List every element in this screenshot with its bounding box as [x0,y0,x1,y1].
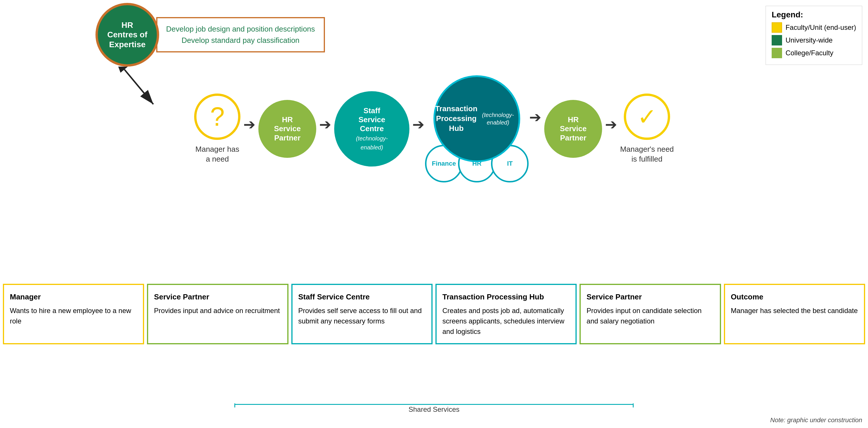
faculty-swatch [772,22,782,33]
arrow-2: ➔ [319,116,331,133]
coe-line1: Develop job design and position descript… [166,24,315,35]
shared-services-line [235,404,633,405]
legend-item-college: College/Faculty [772,48,856,58]
checkmark-circle: ✓ [624,93,670,140]
bottom-box-service-partner-2: Service Partner Provides input on candid… [580,284,721,344]
manager-need-label: Manager hasa need [195,144,239,164]
hr-service-partner-2-circle: HRServicePartner [544,100,602,158]
bottom-box-staff-service: Staff Service Centre Provides self serve… [291,284,433,344]
arrow-1: ➔ [243,116,255,133]
staff-service-centre-circle: StaffServiceCentre(technology-enabled) [334,91,409,167]
staff-service-centre-node: StaffServiceCentre(technology-enabled) [334,91,409,167]
bottom-box-manager-title: Manager [10,291,137,303]
bottom-box-manager-text: Wants to hire a new employee to a new ro… [10,306,137,326]
legend-label-faculty: Faculty/Unit (end-user) [785,24,856,32]
manager-need-node: ? Manager hasa need [194,93,241,164]
staff-service-centre-text: StaffServiceCentre(technology-enabled) [356,106,388,151]
bottom-box-staff-service-title: Staff Service Centre [298,291,426,303]
arrow-4: ➔ [529,109,541,126]
coe-section: HRCentres ofExpertise Develop job design… [95,3,325,66]
bottom-box-manager: Manager Wants to hire a new employee to … [3,284,144,344]
bottom-box-service-partner-1-text: Provides input and advice on recruitment [154,306,281,316]
bottom-box-transaction-hub-title: Transaction Processing Hub [442,291,570,303]
checkmark-icon: ✓ [638,104,657,130]
legend-label-college: College/Faculty [785,49,833,57]
bottom-box-service-partner-2-text: Provides input on candidate selection an… [587,306,714,326]
legend: Legend: Faculty/Unit (end-user) Universi… [766,6,862,65]
university-swatch [772,35,782,46]
manager-fulfilled-node: ✓ Manager's needis fulfilled [620,93,674,164]
legend-title: Legend: [772,10,856,20]
note-text: Note: graphic under construction [770,417,862,424]
flow-area: ? Manager hasa need ➔ HRServicePartner ➔… [0,75,868,182]
bottom-boxes: Manager Wants to hire a new employee to … [3,284,865,344]
coe-line2: Develop standard pay classification [166,35,315,46]
hr-service-partner-1-node: HRServicePartner [258,100,316,158]
arrow-3: ➔ [412,116,425,133]
bottom-box-outcome-title: Outcome [731,291,858,303]
hr-service-partner-2-node: HRServicePartner [544,100,602,158]
manager-question-circle: ? [194,93,241,140]
transaction-hub-circle: TransactionProcessingHub(technology-enab… [433,75,520,162]
bottom-box-service-partner-1: Service Partner Provides input and advic… [147,284,288,344]
coe-text-box: Develop job design and position descript… [156,17,325,52]
manager-fulfilled-label: Manager's needis fulfilled [620,144,674,164]
college-swatch [772,48,782,58]
arrow-5: ➔ [605,116,617,133]
bottom-box-outcome-text: Manager has selected the best candidate [731,306,858,316]
bottom-box-service-partner-1-title: Service Partner [154,291,281,303]
transaction-hub-node: TransactionProcessingHub(technology-enab… [427,75,526,182]
bottom-box-transaction-hub-text: Creates and posts job ad, automatically … [442,306,570,337]
hr-service-partner-1-circle: HRServicePartner [258,100,316,158]
bottom-box-service-partner-2-title: Service Partner [587,291,714,303]
bottom-box-staff-service-text: Provides self serve access to fill out a… [298,306,426,326]
bottom-box-outcome: Outcome Manager has selected the best ca… [724,284,865,344]
question-mark-icon: ? [210,102,224,132]
legend-item-university: University-wide [772,35,856,46]
bottom-box-transaction-hub: Transaction Processing Hub Creates and p… [435,284,577,344]
legend-label-university: University-wide [785,36,833,44]
coe-circle: HRCentres ofExpertise [95,3,159,66]
legend-item-faculty: Faculty/Unit (end-user) [772,22,856,33]
shared-services-label: Shared Services [408,405,460,413]
